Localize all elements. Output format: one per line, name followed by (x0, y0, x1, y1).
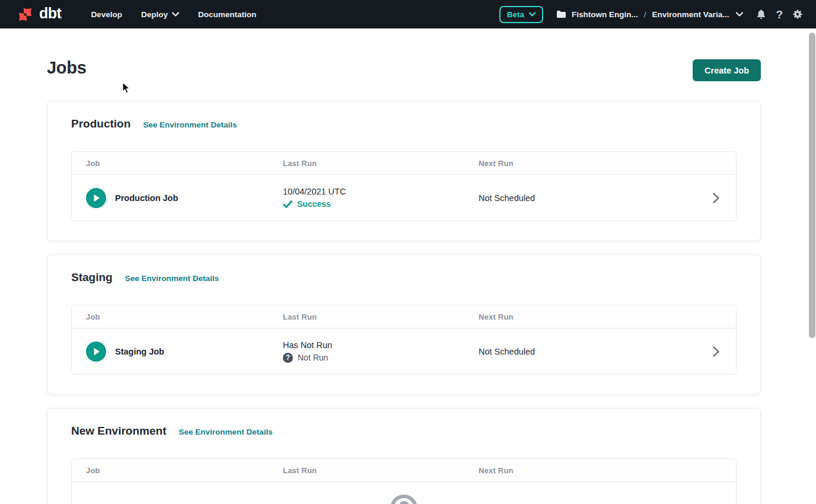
job-name[interactable]: Production Job (115, 193, 178, 203)
last-run-date: 10/04/2021 UTC (283, 187, 479, 196)
breadcrumb[interactable]: Fishtown Engin... / Environment Varia... (556, 10, 743, 19)
job-row-production[interactable]: Production Job 10/04/2021 UTC Success No… (72, 175, 736, 221)
next-run-cell: Not Scheduled (479, 347, 691, 356)
jobs-table: Job Last Run Next Run Staging Job Has No… (71, 305, 737, 375)
last-run-date: Has Not Run (283, 340, 479, 350)
page-title: Jobs (47, 58, 87, 78)
notifications-bell-icon[interactable] (756, 9, 766, 20)
breadcrumb-project[interactable]: Fishtown Engin... (572, 10, 638, 19)
next-run-cell: Not Scheduled (479, 193, 691, 203)
column-header-next-run: Next Run (479, 466, 691, 475)
beta-dropdown[interactable]: Beta (499, 6, 543, 23)
column-header-job: Job (86, 312, 283, 321)
last-run-status: ? Not Run (283, 353, 479, 363)
not-run-question-icon: ? (283, 353, 293, 363)
column-header-last-run: Last Run (283, 466, 479, 475)
jobs-table: Job Last Run Next Run Production Job 10/… (71, 151, 737, 221)
chevron-right-icon (713, 346, 719, 357)
scrollbar-track[interactable] (808, 28, 816, 504)
environment-card-header: Staging See Environment Details (71, 271, 737, 284)
job-name[interactable]: Staging Job (115, 347, 164, 356)
environment-name: New Environment (71, 425, 166, 438)
column-header-last-run: Last Run (283, 159, 479, 168)
breadcrumb-page[interactable]: Environment Varia... (652, 10, 729, 19)
run-job-play-button[interactable] (86, 188, 106, 208)
table-header-row: Job Last Run Next Run (72, 459, 736, 482)
table-header-row: Job Last Run Next Run (72, 305, 736, 328)
column-header-last-run: Last Run (283, 312, 479, 321)
nav-develop[interactable]: Develop (84, 5, 129, 24)
chevron-down-icon (736, 12, 743, 17)
run-job-play-button[interactable] (86, 342, 106, 362)
main-content: Jobs Create Job Production See Environme… (0, 58, 761, 504)
see-environment-details-link[interactable]: See Environment Details (179, 428, 272, 436)
see-environment-details-link[interactable]: See Environment Details (143, 120, 237, 129)
app-window: dbt Develop Deploy Documentation Beta (0, 0, 816, 504)
last-run-status: Success (283, 199, 479, 209)
success-check-icon (283, 200, 292, 208)
environment-card-staging: Staging See Environment Details Job Last… (47, 254, 761, 395)
column-header-next-run: Next Run (479, 312, 691, 321)
settings-gear-icon[interactable] (792, 9, 803, 20)
navbar-icons: ? (756, 9, 803, 20)
see-environment-details-link[interactable]: See Environment Details (125, 274, 219, 283)
table-header-row: Job Last Run Next Run (72, 152, 736, 175)
nav-documentation[interactable]: Documentation (191, 5, 263, 24)
environment-name: Production (71, 117, 130, 130)
environment-card-new-environment: New Environment See Environment Details … (47, 408, 761, 504)
help-icon[interactable]: ? (776, 9, 783, 20)
status-label: Success (297, 199, 331, 209)
nav-deploy[interactable]: Deploy (134, 5, 186, 24)
column-header-job: Job (86, 159, 283, 168)
environment-card-header: Production See Environment Details (71, 117, 737, 130)
top-navbar: dbt Develop Deploy Documentation Beta (0, 0, 816, 28)
dbt-logo[interactable]: dbt (15, 5, 61, 24)
jobs-table: Job Last Run Next Run (71, 458, 737, 504)
column-header-next-run: Next Run (479, 159, 691, 168)
chevron-down-icon (529, 12, 536, 17)
row-chevron[interactable] (691, 193, 719, 203)
last-run-cell: 10/04/2021 UTC Success (283, 187, 479, 209)
job-row-staging[interactable]: Staging Job Has Not Run ? Not Run Not Sc… (72, 328, 736, 374)
environment-card-header: New Environment See Environment Details (71, 425, 737, 438)
dbt-logo-icon (15, 5, 35, 24)
navbar-right: Beta Fishtown Engin... / Environment Var… (499, 6, 803, 23)
empty-state-icon (390, 495, 417, 504)
primary-nav: Develop Deploy Documentation (84, 5, 263, 24)
folder-icon (556, 10, 566, 18)
chevron-down-icon (172, 12, 179, 17)
dbt-wordmark: dbt (39, 6, 61, 23)
status-label: Not Run (298, 353, 328, 362)
breadcrumb-separator: / (643, 10, 647, 19)
environment-name: Staging (71, 271, 113, 284)
chevron-right-icon (713, 193, 719, 203)
column-header-job: Job (86, 466, 283, 475)
page-header: Jobs Create Job (47, 58, 761, 81)
empty-jobs-area (72, 482, 736, 504)
environment-card-production: Production See Environment Details Job L… (47, 101, 761, 241)
scrollbar-thumb[interactable] (809, 33, 815, 338)
row-chevron[interactable] (691, 346, 719, 357)
last-run-cell: Has Not Run ? Not Run (283, 340, 479, 363)
create-job-button[interactable]: Create Job (693, 59, 761, 81)
